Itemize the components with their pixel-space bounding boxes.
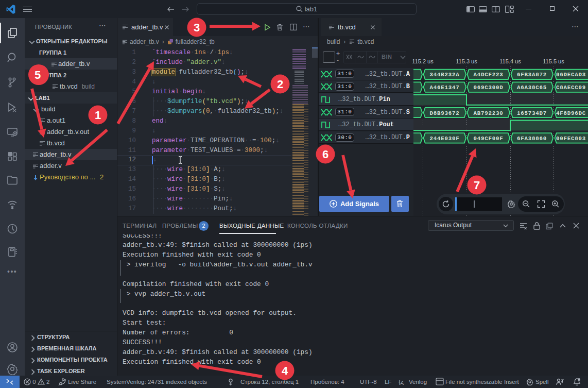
svg-text:D8B93672: D8B93672 bbox=[429, 110, 459, 116]
svg-text:A46E1347: A46E1347 bbox=[429, 85, 459, 91]
svg-text:00FEC803: 00FEC803 bbox=[556, 136, 586, 142]
svg-text:C8AECC09: C8AECC09 bbox=[556, 85, 586, 91]
svg-text:049CF00F: 049CF00F bbox=[473, 136, 503, 142]
svg-text:165734D7: 165734D7 bbox=[517, 110, 547, 116]
svg-text:AB792230: AB792230 bbox=[473, 110, 503, 116]
svg-text:6FB3A872: 6FB3A872 bbox=[517, 72, 547, 78]
svg-text:244E030F: 244E030F bbox=[429, 136, 459, 142]
svg-text:A4DCF223: A4DCF223 bbox=[473, 72, 503, 78]
svg-text:069C300D: 069C300D bbox=[473, 85, 503, 91]
svg-text:86DECAD3: 86DECAD3 bbox=[556, 72, 586, 78]
svg-text:4F8D96DC: 4F8D96DC bbox=[556, 110, 586, 116]
svg-text:A6A38C65: A6A38C65 bbox=[517, 85, 547, 91]
svg-text:6FA38860: 6FA38860 bbox=[517, 136, 547, 142]
svg-text:344B232A: 344B232A bbox=[429, 72, 459, 78]
